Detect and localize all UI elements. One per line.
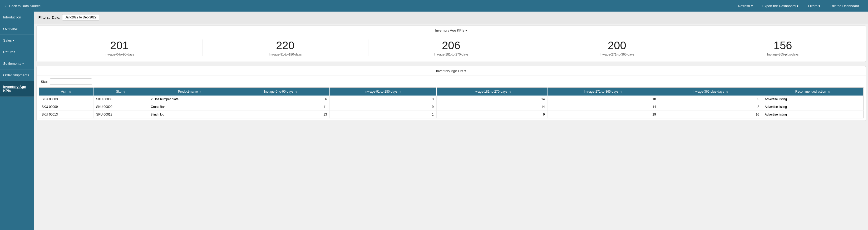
top-bar-actions: Refresh ▾ Export the Dashboard ▾ Filters… [733, 2, 864, 9]
kpi-value-3: 200 [534, 39, 700, 52]
list-section-header[interactable]: Inventory Age List ▾ [37, 66, 866, 76]
edit-dashboard-button[interactable]: Edit the Dashboard [825, 2, 864, 9]
edit-label: Edit the Dashboard [830, 4, 859, 8]
col-asin-label: Asin [61, 90, 67, 93]
table-wrap: Asin ⇅ Sku ⇅ Product-name ⇅ [39, 87, 864, 119]
kpi-item-4: 156 Inv-age-365-plus-days [700, 39, 866, 56]
sidebar: Introduction Overview Sales ▾ Returns Se… [0, 11, 34, 230]
age181-sort-icon: ⇅ [509, 91, 512, 93]
inventory-table: Asin ⇅ Sku ⇅ Product-name ⇅ [39, 87, 864, 119]
cell-age181: 14 [436, 96, 548, 103]
date-label: Date: [52, 15, 60, 20]
cell-action: Advertise listing [762, 103, 863, 111]
list-section-card: Inventory Age List ▾ Sku: Asin ⇅ [36, 66, 866, 121]
col-asin[interactable]: Asin ⇅ [39, 88, 93, 96]
col-action-label: Recommended action [795, 90, 826, 93]
cell-asin: SKU 00013 [39, 111, 93, 119]
cell-age91: 1 [330, 111, 436, 119]
back-label: Back to Data Source [9, 4, 40, 8]
sidebar-item-settlements[interactable]: Settlements ▾ [0, 58, 34, 69]
sidebar-item-label: Order Shipments [3, 73, 29, 77]
sidebar-item-label: Sales [3, 38, 12, 42]
cell-product-name: 8 inch log [148, 111, 232, 119]
date-filter-tag[interactable]: Jan-2022 to Dec-2022 [62, 14, 99, 21]
col-age0-label: Inv-age-0-to-90-days [264, 90, 293, 93]
kpi-section-title: Inventory Age KPIs [435, 28, 464, 32]
sidebar-item-returns[interactable]: Returns [0, 46, 34, 58]
col-age365-label: Inv-age-365-plus-days [692, 90, 724, 93]
age91-sort-icon: ⇅ [400, 91, 402, 93]
kpi-row: 201 Inv-age-0-to-90-days 220 Inv-age-91-… [37, 35, 866, 62]
cell-age91: 9 [330, 103, 436, 111]
kpi-section-card: Inventory Age KPIs ▾ 201 Inv-age-0-to-90… [36, 26, 866, 62]
col-sku[interactable]: Sku ⇅ [93, 88, 148, 96]
sidebar-item-overview[interactable]: Overview [0, 23, 34, 35]
sku-input[interactable] [50, 78, 92, 85]
col-product-name-label: Product-name [178, 90, 198, 93]
col-age91[interactable]: Inv-age-91-to-180-days ⇅ [330, 88, 436, 96]
kpi-item-3: 200 Inv-age-271-to-365-days [534, 39, 700, 56]
cell-age271: 19 [548, 111, 659, 119]
top-bar: ← Back to Data Source Refresh ▾ Export t… [0, 0, 868, 11]
sku-sort-icon: ⇅ [123, 91, 125, 93]
cell-product-name: 25 lbs bumper plate [148, 96, 232, 103]
export-button[interactable]: Export the Dashboard ▾ [758, 2, 803, 9]
sidebar-item-order-shipments[interactable]: Order Shipments [0, 69, 34, 81]
filters-button[interactable]: Filters ▾ [803, 2, 825, 9]
kpi-value-0: 201 [37, 39, 202, 52]
col-age365[interactable]: Inv-age-365-plus-days ⇅ [659, 88, 762, 96]
cell-age181: 14 [436, 103, 548, 111]
kpi-section-header[interactable]: Inventory Age KPIs ▾ [37, 26, 866, 35]
kpi-item-1: 220 Inv-age-91-to-180-days [203, 39, 368, 56]
product-name-sort-icon: ⇅ [199, 91, 202, 93]
col-product-name[interactable]: Product-name ⇅ [148, 88, 232, 96]
cell-action: Advertise listing [762, 96, 863, 103]
cell-age271: 18 [548, 96, 659, 103]
filters-caret-icon: ▾ [818, 4, 820, 8]
col-sku-label: Sku [116, 90, 121, 93]
filters-bar: Filters: Date: Jan-2022 to Dec-2022 [34, 11, 868, 24]
sidebar-item-label: Returns [3, 50, 15, 54]
age271-sort-icon: ⇅ [620, 91, 623, 93]
col-age91-label: Inv-age-91-to-180-days [365, 90, 397, 93]
col-age0[interactable]: Inv-age-0-to-90-days ⇅ [232, 88, 330, 96]
refresh-button[interactable]: Refresh ▾ [733, 2, 758, 9]
list-section-title: Inventory Age List [436, 69, 463, 73]
sales-caret-icon: ▾ [13, 39, 14, 42]
col-action[interactable]: Recommended action ⇅ [762, 88, 863, 96]
sidebar-item-label: Overview [3, 27, 18, 31]
cell-sku: SKU 00013 [93, 111, 148, 119]
cell-age365: 2 [659, 103, 762, 111]
cell-asin: SKU 00009 [39, 103, 93, 111]
export-label: Export the Dashboard [763, 4, 796, 8]
sidebar-item-sales[interactable]: Sales ▾ [0, 35, 34, 46]
kpi-label-4: Inv-age-365-plus-days [700, 53, 866, 56]
kpi-value-1: 220 [203, 39, 368, 52]
kpi-label-3: Inv-age-271-to-365-days [534, 53, 700, 56]
col-age181[interactable]: Inv-age-181-to-270-days ⇅ [436, 88, 548, 96]
col-age271-label: Inv-age-271-to-365-days [584, 90, 618, 93]
cell-age271: 14 [548, 103, 659, 111]
export-caret-icon: ▾ [797, 4, 799, 8]
kpi-label-2: Inv-age-181-to-270-days [368, 53, 534, 56]
back-to-datasource[interactable]: ← Back to Data Source [4, 4, 733, 8]
table-row: SKU 00013 SKU 00013 8 inch log 13 1 9 19… [39, 111, 864, 119]
settlements-caret-icon: ▾ [22, 62, 24, 65]
date-filter-value: Jan-2022 to Dec-2022 [65, 15, 96, 19]
cell-age365: 5 [659, 96, 762, 103]
sidebar-item-inventory-age-kpis[interactable]: Inventory Age KPIs [0, 81, 34, 97]
cell-age0: 13 [232, 111, 330, 119]
content-area: Filters: Date: Jan-2022 to Dec-2022 Inve… [34, 11, 868, 230]
list-section-caret-icon: ▾ [464, 69, 466, 73]
col-age271[interactable]: Inv-age-271-to-365-days ⇅ [548, 88, 659, 96]
table-row: SKU 00009 SKU 00009 Cross Bar 11 9 14 14… [39, 103, 864, 111]
kpi-value-4: 156 [700, 39, 866, 52]
cell-sku: SKU 00003 [93, 96, 148, 103]
kpi-label-0: Inv-age-0-to-90-days [37, 53, 202, 56]
age365-sort-icon: ⇅ [726, 91, 728, 93]
cell-age365: 16 [659, 111, 762, 119]
sku-filter-row: Sku: [37, 76, 866, 87]
kpi-label-1: Inv-age-91-to-180-days [203, 53, 368, 56]
table-row: SKU 00003 SKU 00003 25 lbs bumper plate … [39, 96, 864, 103]
sidebar-item-introduction[interactable]: Introduction [0, 11, 34, 23]
